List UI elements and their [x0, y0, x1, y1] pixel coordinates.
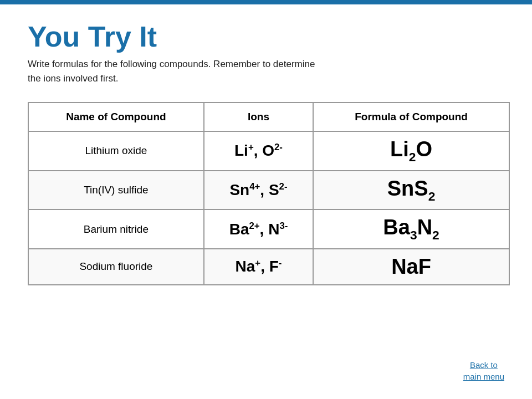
- col-header-name: Name of Compound: [28, 103, 204, 131]
- cell-name: Tin(IV) sulfide: [28, 171, 204, 210]
- table-header-row: Name of Compound Ions Formula of Compoun…: [28, 103, 509, 131]
- cell-formula: Ba3N2: [313, 209, 509, 249]
- table-container: Name of Compound Ions Formula of Compoun…: [28, 102, 510, 285]
- cell-formula: SnS2: [313, 171, 509, 210]
- cell-ions: Na+, F-: [204, 249, 313, 285]
- col-header-ions: Ions: [204, 103, 313, 131]
- cell-ions: Li+, O2-: [204, 131, 313, 171]
- cell-name: Lithium oxide: [28, 131, 204, 171]
- cell-ions: Sn4+, S2-: [204, 171, 313, 210]
- cell-ions: Ba2+, N3-: [204, 209, 313, 249]
- cell-name: Sodium fluoride: [28, 249, 204, 285]
- cell-name: Barium nitride: [28, 209, 204, 249]
- main-content: You Try It Write formulas for the follow…: [0, 4, 532, 296]
- cell-formula: Li2O: [313, 131, 509, 171]
- page-title: You Try It: [28, 21, 504, 53]
- col-header-formula: Formula of Compound: [313, 103, 509, 131]
- top-bar: [0, 0, 532, 4]
- cell-formula: NaF: [313, 249, 509, 285]
- compounds-table: Name of Compound Ions Formula of Compoun…: [28, 102, 510, 285]
- table-row: Lithium oxideLi+, O2-Li2O: [28, 131, 509, 171]
- table-row: Sodium fluorideNa+, F-NaF: [28, 249, 509, 285]
- table-row: Tin(IV) sulfideSn4+, S2-SnS2: [28, 171, 509, 210]
- back-to-main-menu-link[interactable]: Back tomain menu: [463, 359, 504, 382]
- table-row: Barium nitrideBa2+, N3-Ba3N2: [28, 209, 509, 249]
- page-subtitle: Write formulas for the following compoun…: [28, 57, 316, 85]
